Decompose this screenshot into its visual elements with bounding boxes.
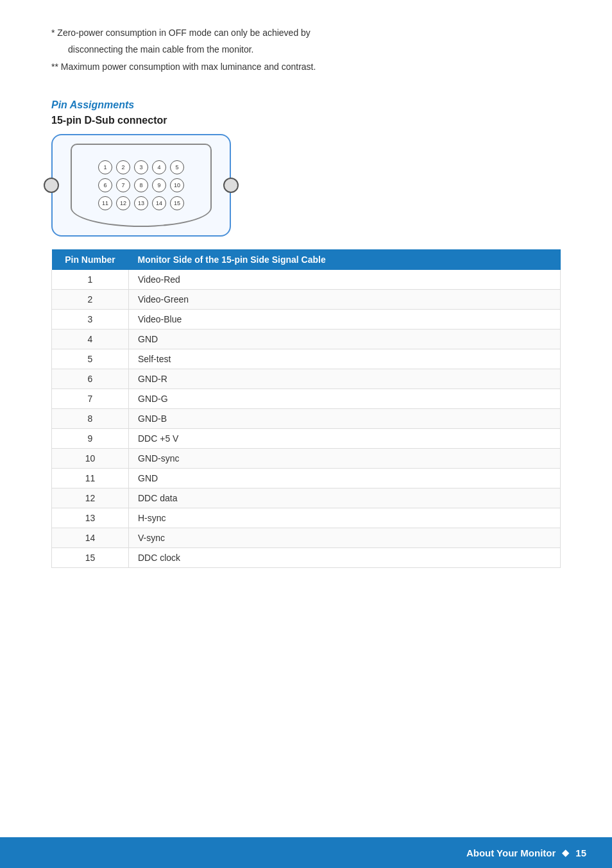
table-row: 13H-sync [52,508,561,528]
table-row: 4GND [52,330,561,349]
signal-name-cell: GND-B [129,409,561,429]
pin-number-cell: 12 [52,488,129,508]
connector-shell: 1 2 3 4 5 6 7 8 9 10 11 12 13 14 15 [71,144,212,227]
footnote-2: ** Maximum power consumption with max lu… [51,60,561,74]
pin-assignments-title: Pin Assignments [51,99,561,111]
table-row: 15DDC clock [52,548,561,568]
pin-11: 11 [98,196,112,210]
footnote-1b: disconnecting the main cable from the mo… [51,42,561,56]
signal-name-cell: DDC data [129,488,561,508]
footer-label: About Your Monitor [466,847,556,858]
signal-name-cell: GND [129,330,561,349]
signal-name-cell: GND-sync [129,449,561,469]
footer-text: About Your Monitor ◆ 15 [466,847,586,858]
footer-page: 15 [575,847,586,858]
table-row: 8GND-B [52,409,561,429]
footer-bar: About Your Monitor ◆ 15 [0,837,612,868]
pin-number-cell: 8 [52,409,129,429]
pin-9: 9 [152,178,166,192]
table-row: 1Video-Red [52,270,561,290]
signal-name-cell: GND [129,469,561,488]
pin-1: 1 [98,160,112,174]
pin-number-cell: 11 [52,469,129,488]
table-row: 2Video-Green [52,290,561,310]
table-row: 5Self-test [52,349,561,369]
table-row: 9DDC +5 V [52,429,561,449]
footnote-1: * Zero-power consumption in OFF mode can… [51,26,561,40]
table-row: 14V-sync [52,528,561,548]
pin-number-cell: 10 [52,449,129,469]
pin-row-3: 11 12 13 14 15 [98,196,184,210]
pin-number-cell: 14 [52,528,129,548]
pin-table: Pin Number Monitor Side of the 15-pin Si… [51,249,561,568]
left-screw [44,178,59,193]
pin-row-1: 1 2 3 4 5 [98,160,184,174]
signal-name-cell: H-sync [129,508,561,528]
signal-name-cell: V-sync [129,528,561,548]
pin-number-cell: 5 [52,349,129,369]
signal-name-cell: GND-G [129,389,561,409]
pin-7: 7 [116,178,130,192]
signal-name-cell: DDC clock [129,548,561,568]
pin-3: 3 [134,160,148,174]
pin-10: 10 [170,178,184,192]
table-row: 11GND [52,469,561,488]
table-row: 6GND-R [52,369,561,389]
pin-number-cell: 3 [52,310,129,330]
pin-5: 5 [170,160,184,174]
pin-12: 12 [116,196,130,210]
signal-name-cell: DDC +5 V [129,429,561,449]
col-header-signal: Monitor Side of the 15-pin Side Signal C… [129,249,561,270]
table-row: 12DDC data [52,488,561,508]
connector-diagram: 1 2 3 4 5 6 7 8 9 10 11 12 13 14 15 [51,134,231,237]
pin-number-cell: 15 [52,548,129,568]
right-screw [223,178,239,193]
pin-number-cell: 9 [52,429,129,449]
pin-6: 6 [98,178,112,192]
pin-number-cell: 13 [52,508,129,528]
pin-4: 4 [152,160,166,174]
footer-diamond-icon: ◆ [562,847,569,858]
table-row: 3Video-Blue [52,310,561,330]
pin-13: 13 [134,196,148,210]
signal-name-cell: GND-R [129,369,561,389]
signal-name-cell: Self-test [129,349,561,369]
col-header-pin: Pin Number [52,249,129,270]
pin-15: 15 [170,196,184,210]
pin-row-2: 6 7 8 9 10 [98,178,184,192]
signal-name-cell: Video-Red [129,270,561,290]
pin-number-cell: 2 [52,290,129,310]
signal-name-cell: Video-Green [129,290,561,310]
pin-number-cell: 7 [52,389,129,409]
table-row: 7GND-G [52,389,561,409]
signal-name-cell: Video-Blue [129,310,561,330]
pin-14: 14 [152,196,166,210]
pin-number-cell: 6 [52,369,129,389]
page-content: * Zero-power consumption in OFF mode can… [0,0,612,632]
table-header-row: Pin Number Monitor Side of the 15-pin Si… [52,249,561,270]
table-row: 10GND-sync [52,449,561,469]
connector-title: 15-pin D-Sub connector [51,115,561,126]
footnotes-section: * Zero-power consumption in OFF mode can… [51,26,561,74]
pin-8: 8 [134,178,148,192]
pin-number-cell: 1 [52,270,129,290]
pin-number-cell: 4 [52,330,129,349]
pin-2: 2 [116,160,130,174]
